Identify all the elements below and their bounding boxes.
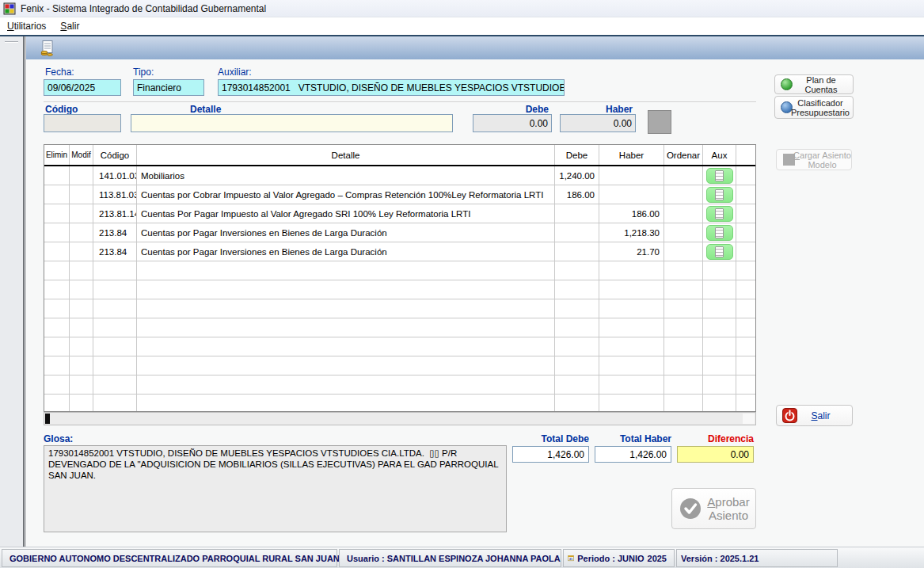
cell-ordenar [664, 261, 703, 280]
cell-modif [70, 318, 93, 337]
aux-button[interactable] [706, 206, 733, 222]
table-row[interactable] [44, 318, 755, 337]
cell-aux [703, 375, 736, 394]
clasificador-presupuestario-button[interactable]: Clasificador Presupuestario [774, 96, 854, 119]
cell-elimin [44, 318, 70, 337]
table-row[interactable] [44, 299, 755, 318]
cell-detalle [137, 395, 555, 412]
cell-debe [555, 223, 599, 242]
table-row[interactable]: 113.81.03Cuentas por Cobrar Impuesto al … [44, 185, 755, 204]
plan-de-cuentas-button[interactable]: Plan de Cuentas [774, 74, 854, 94]
cell-elimin [44, 204, 70, 223]
panel-grip[interactable] [5, 41, 18, 43]
entries-body: 141.01.03Mobiliarios1,240.00113.81.03Cue… [44, 166, 755, 412]
cell-debe [555, 242, 599, 261]
table-row[interactable] [44, 375, 755, 395]
cell-codigo [93, 356, 137, 375]
tipo-input[interactable]: Financiero [133, 79, 204, 96]
cell-elimin [44, 242, 70, 261]
add-entry-button[interactable] [648, 110, 671, 134]
cell-codigo [93, 280, 137, 299]
total-haber-label: Total Haber [592, 433, 671, 444]
cell-detalle: Cuentas Por Pagar Impuesto al Valor Agre… [137, 204, 555, 223]
cargar-asiento-modelo-button[interactable]: Cargar Asiento Modelo [776, 149, 852, 170]
cell-ordenar [664, 166, 703, 185]
table-row[interactable] [44, 337, 755, 356]
haber-input[interactable]: 0.00 [560, 114, 636, 132]
detalle-input[interactable] [131, 114, 453, 132]
cell-modif [70, 299, 93, 318]
cell-detalle: Cuentas por Pagar Inversiones en Bienes … [137, 242, 555, 261]
codigo-input[interactable] [44, 114, 121, 132]
table-row[interactable]: 213.84Cuentas por Pagar Inversiones en B… [44, 223, 755, 242]
cell-detalle [137, 375, 555, 394]
clasificador-line2: Presupuestario [788, 108, 853, 117]
document-icon [715, 227, 724, 238]
left-collapsed-panel[interactable] [0, 36, 24, 547]
table-row[interactable] [44, 395, 755, 412]
diferencia-field: 0.00 [677, 446, 754, 463]
debe-input[interactable]: 0.00 [473, 114, 552, 132]
debe-label: Debe [473, 104, 549, 115]
cell-debe [555, 280, 599, 299]
cell-debe [555, 318, 599, 337]
aux-button[interactable] [706, 168, 733, 184]
glosa-label: Glosa: [44, 433, 73, 444]
table-row[interactable] [44, 280, 755, 299]
cell-codigo [93, 375, 137, 394]
auxiliar-input[interactable]: 1793014852001 VTSTUDIO, DISEÑO DE MUEBLE… [218, 79, 565, 96]
table-row[interactable] [44, 356, 755, 375]
total-debe-label: Total Debe [510, 433, 589, 444]
cell-codigo: 213.84 [93, 242, 137, 261]
table-row[interactable]: 141.01.03Mobiliarios1,240.00 [44, 166, 755, 185]
cell-filler [736, 318, 755, 337]
cell-haber [599, 280, 664, 299]
header-elimin: Elimin [44, 145, 70, 165]
cell-ordenar [664, 375, 703, 394]
menu-salir[interactable]: Salir [53, 18, 86, 34]
scrollbar-end-box [743, 414, 755, 424]
cell-debe: 1,240.00 [555, 166, 599, 185]
cell-elimin [44, 375, 70, 394]
cell-aux [703, 299, 736, 318]
header-aux: Aux [703, 145, 736, 165]
cell-aux [703, 356, 736, 375]
document-icon [715, 189, 724, 200]
statusbar-periodo: 31 Periodo : JUNIO 2025 [563, 549, 675, 567]
cell-debe [555, 261, 599, 280]
aux-button[interactable] [706, 244, 733, 260]
aux-button[interactable] [706, 187, 733, 203]
aprobar-asiento-button[interactable]: Aprobar Asiento [671, 488, 756, 529]
version-text: Versión : 2025.1.21 [681, 554, 759, 563]
check-icon [679, 497, 702, 520]
journal-document-icon[interactable] [39, 40, 56, 57]
cell-haber [599, 375, 664, 394]
document-icon [715, 170, 724, 181]
table-horizontal-scrollbar[interactable] [44, 412, 756, 425]
periodo-text: Periodo : JUNIO [577, 554, 644, 563]
menu-utilitarios[interactable]: Utilitarios [0, 18, 53, 34]
aux-button[interactable] [706, 225, 733, 241]
cell-aux [703, 395, 736, 412]
header-detalle: Detalle [137, 145, 555, 165]
scrollbar-thumb[interactable] [45, 414, 50, 424]
cell-haber [599, 395, 664, 412]
table-row[interactable]: 213.84Cuentas por Pagar Inversiones en B… [44, 242, 755, 261]
total-haber-field: 1,426.00 [595, 446, 671, 463]
cell-haber: 21.70 [599, 242, 664, 261]
menubar: Utilitarios Salir [0, 17, 924, 35]
cell-codigo: 141.01.03 [93, 166, 137, 185]
cell-modif [70, 337, 93, 356]
cell-filler [736, 261, 755, 280]
table-row[interactable]: 213.81.14Cuentas Por Pagar Impuesto al V… [44, 204, 755, 223]
cell-haber [599, 356, 664, 375]
cell-ordenar [664, 299, 703, 318]
salir-button[interactable]: Salir [776, 405, 853, 426]
fecha-input[interactable]: 09/06/2025 [44, 79, 121, 96]
plan-de-cuentas-label: Plan de Cuentas [789, 75, 853, 94]
glosa-textarea[interactable]: 1793014852001 VTSTUDIO, DISEÑO DE MUEBLE… [44, 445, 507, 532]
codigo-label: Código [45, 104, 78, 115]
cell-aux [703, 280, 736, 299]
cell-haber [599, 299, 664, 318]
table-row[interactable] [44, 261, 755, 280]
